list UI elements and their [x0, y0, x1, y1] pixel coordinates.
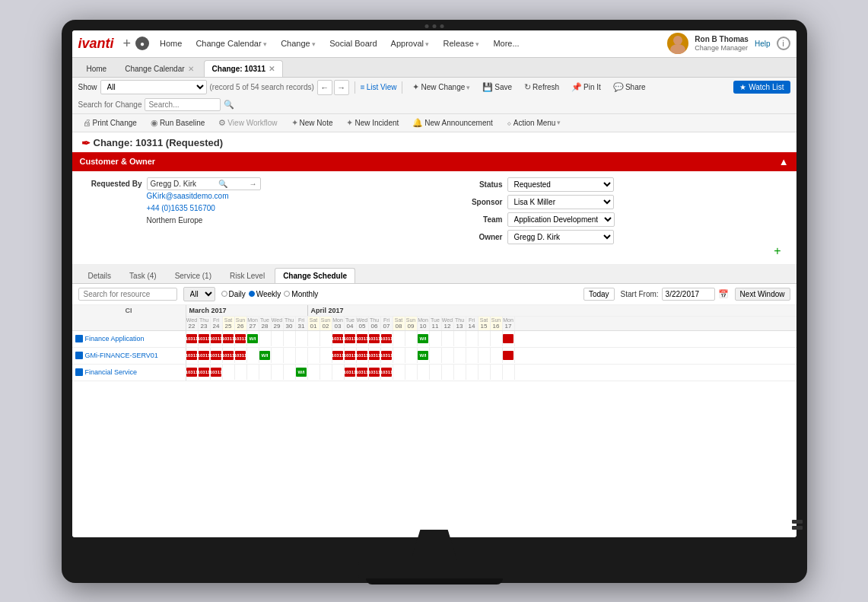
ci-name-financial-service[interactable]: Financial Service: [72, 365, 186, 381]
cell-gmi-a13: [454, 348, 466, 363]
form-grid: Requested By Gregg D. Kirk 🔍 → GKirk@saa…: [81, 177, 787, 244]
start-from-input[interactable]: [662, 288, 715, 301]
cell-gmi-a8: [393, 348, 405, 363]
cell-fs-4: [223, 365, 235, 380]
owner-select[interactable]: Gregg D. Kirk: [507, 230, 614, 244]
refresh-icon: ↻: [524, 82, 531, 92]
show-select[interactable]: All: [100, 80, 207, 94]
action-menu-btn[interactable]: ⬦ Action Menu: [502, 116, 566, 129]
resource-search-input[interactable]: [78, 288, 177, 301]
tab-risk-level[interactable]: Risk Level: [221, 268, 273, 283]
day-sat15: Sat15: [479, 317, 491, 330]
monitor-frame: ivanti + ● Home Change Calendar Change S…: [62, 20, 807, 583]
today-btn[interactable]: Today: [583, 288, 615, 301]
block-gmi-2: 10311: [199, 351, 209, 360]
nav-plus-button[interactable]: +: [123, 37, 132, 50]
day-thu23: Thu23: [199, 317, 211, 330]
cell-fs-a7: 10311: [381, 365, 393, 380]
monitor-dot-1: [424, 24, 428, 28]
status-select[interactable]: Requested: [507, 177, 614, 192]
avatar: [667, 33, 688, 54]
print-change-btn[interactable]: 🖨 Print Change: [78, 116, 141, 129]
tab-change-10311-label: Change: 10311: [212, 65, 266, 73]
next-window-btn[interactable]: Next Window: [735, 288, 790, 301]
nav-social-board[interactable]: Social Board: [323, 36, 383, 51]
tab-change-calendar-close[interactable]: ✕: [188, 65, 194, 73]
info-icon[interactable]: i: [777, 37, 790, 50]
prev-arrow[interactable]: ←: [317, 80, 332, 95]
ci-name-gmi[interactable]: GMi-FINANCE-SERV01: [72, 348, 186, 364]
block-fa-a6: 10311: [369, 334, 380, 343]
show-label: Show: [78, 83, 97, 91]
nav-more[interactable]: More...: [487, 36, 525, 51]
tab-service[interactable]: Service (1): [167, 268, 220, 283]
list-view-btn[interactable]: ≡ List View: [361, 83, 397, 91]
cell-gmi-8: [272, 348, 284, 363]
cell-fs-a6: 10311: [369, 365, 381, 380]
share-btn[interactable]: 💬 Share: [609, 81, 650, 94]
ci-icon-financial-service: [75, 368, 83, 376]
day-wed05: Wed05: [357, 317, 369, 330]
new-incident-btn[interactable]: ✦ New Incident: [342, 116, 403, 129]
collapse-icon[interactable]: ▲: [779, 156, 789, 167]
monthly-radio[interactable]: [284, 291, 290, 297]
weekly-radio[interactable]: [249, 291, 255, 297]
watch-list-btn[interactable]: ★ Watch List: [733, 81, 790, 94]
cell-fs-6: [247, 365, 259, 380]
daily-radio[interactable]: [221, 291, 227, 297]
divider1: [355, 81, 355, 94]
tab-bar: Home Change Calendar ✕ Change: 10311 ✕: [72, 58, 796, 78]
next-arrow[interactable]: →: [334, 80, 349, 95]
nav-change[interactable]: Change: [275, 36, 322, 51]
sponsor-select[interactable]: Lisa K Miller: [507, 195, 614, 209]
cell-fs-a11: [430, 365, 442, 380]
new-note-btn[interactable]: ✦ New Note: [287, 116, 338, 129]
cell-fa-a1: [308, 331, 320, 346]
tab-change-10311[interactable]: Change: 10311 ✕: [204, 60, 284, 77]
ci-name-finance-app[interactable]: Finance Application: [72, 331, 186, 347]
weekly-option[interactable]: Weekly: [249, 290, 281, 298]
view-toggle: Daily Weekly Monthly: [221, 290, 319, 298]
run-baseline-btn[interactable]: ◉ Run Baseline: [146, 116, 209, 129]
arrow-field-icon[interactable]: →: [249, 180, 256, 188]
tab-change-10311-close[interactable]: ✕: [269, 65, 275, 73]
tab-change-schedule[interactable]: Change Schedule: [275, 268, 355, 283]
action-section: ✦ New Change ▾ 💾 Save ↻ Refresh: [408, 81, 650, 94]
nav-release[interactable]: Release: [437, 36, 486, 51]
calendar-icon[interactable]: 📅: [718, 289, 729, 299]
block-fa-2: 10311: [199, 334, 209, 343]
nav-change-calendar[interactable]: Change Calendar: [189, 36, 273, 51]
user-role: Change Manager: [695, 44, 749, 53]
cell-fs-a17: [503, 365, 515, 380]
search-field-icon[interactable]: 🔍: [218, 180, 227, 188]
new-announcement-btn[interactable]: 🔔 New Announcement: [408, 116, 498, 129]
nav-approval[interactable]: Approval: [385, 36, 436, 51]
nav-bubble-button[interactable]: ●: [135, 37, 149, 50]
tab-details[interactable]: Details: [80, 268, 120, 283]
search-input[interactable]: [145, 98, 221, 111]
monitor-dot-2: [432, 24, 436, 28]
ci-icon-gmi: [75, 352, 83, 359]
plus-button[interactable]: +: [774, 244, 781, 257]
monthly-option[interactable]: Monthly: [284, 290, 318, 298]
daily-option[interactable]: Daily: [221, 290, 246, 298]
search-icon[interactable]: 🔍: [224, 100, 234, 110]
tab-tasks[interactable]: Task (4): [121, 268, 165, 283]
day-tue04: Tue04: [345, 317, 357, 330]
save-icon: 💾: [482, 82, 493, 92]
refresh-btn[interactable]: ↻ Refresh: [520, 81, 564, 94]
resource-dropdown[interactable]: All: [183, 287, 215, 301]
nav-home[interactable]: Home: [154, 36, 188, 51]
block-gmi-4: 10311: [223, 351, 234, 360]
help-link[interactable]: Help: [755, 40, 771, 48]
section-header-customer-owner[interactable]: Customer & Owner ▲: [72, 152, 796, 171]
view-workflow-btn[interactable]: ⚙ View Workflow: [214, 116, 281, 129]
tab-home[interactable]: Home: [78, 60, 116, 77]
pin-it-btn[interactable]: 📌 Pin It: [567, 81, 606, 94]
cell-fa-5: 10311: [235, 331, 247, 346]
ci-label-financial-service: Financial Service: [85, 368, 138, 376]
new-change-btn[interactable]: ✦ New Change ▾: [408, 81, 475, 94]
tab-change-calendar[interactable]: Change Calendar ✕: [116, 60, 202, 77]
team-select[interactable]: Application Development: [507, 212, 615, 227]
save-btn[interactable]: 💾 Save: [478, 81, 517, 94]
